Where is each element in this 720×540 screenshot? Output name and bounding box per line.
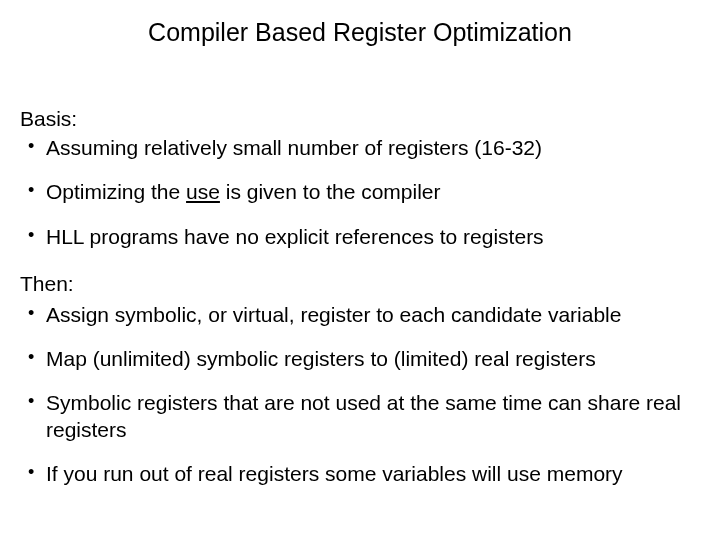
list-item: Assuming relatively small number of regi… [20,135,700,161]
basis-label: Basis: [20,107,700,131]
list-item: Optimizing the use is given to the compi… [20,179,700,205]
then-label: Then: [20,272,700,296]
list-item: Map (unlimited) symbolic registers to (l… [20,346,700,372]
basis-list: Assuming relatively small number of regi… [20,135,700,250]
list-item: HLL programs have no explicit references… [20,224,700,250]
underlined-word: use [186,180,220,203]
list-item: Assign symbolic, or virtual, register to… [20,302,700,328]
then-list: Assign symbolic, or virtual, register to… [20,302,700,487]
list-item: Symbolic registers that are not used at … [20,390,700,443]
then-section: Then: Assign symbolic, or virtual, regis… [20,272,700,487]
list-item: If you run out of real registers some va… [20,461,700,487]
slide-title: Compiler Based Register Optimization [20,18,700,47]
basis-section: Basis: Assuming relatively small number … [20,107,700,250]
